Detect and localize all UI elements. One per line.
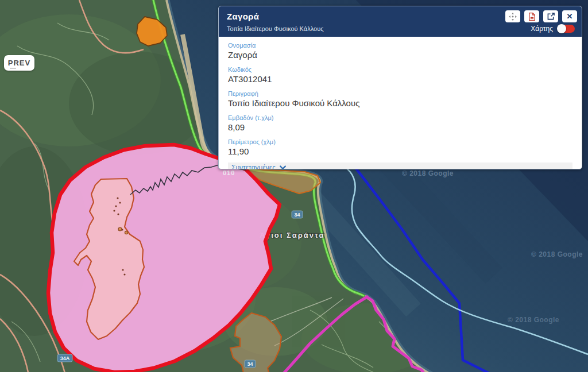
field-value: AT3012041 <box>228 74 572 84</box>
chevron-down-icon <box>280 165 286 169</box>
pdf-icon <box>528 13 536 21</box>
field-row: Εμβαδόν (τ.χλμ) 8,09 <box>228 114 572 133</box>
prev-button-label: PREV <box>8 59 30 67</box>
field-value: Τοπίο Ιδιαίτερου Φυσικού Κάλλους <box>228 98 572 109</box>
road-badge-34-south: 34 <box>245 360 256 368</box>
panel-header: Ζαγορά <box>219 6 582 37</box>
panel-title: Ζαγορά <box>227 11 259 21</box>
pan-to-feature-button[interactable] <box>505 10 520 22</box>
app-viewport: Άγιοι Σαράντα <box>0 0 588 375</box>
panel-subtitle: Τοπία Ιδιαίτερου Φυσικού Κάλλους <box>227 25 323 32</box>
close-button[interactable]: ✕ <box>562 10 577 22</box>
open-external-button[interactable] <box>543 10 558 22</box>
svg-text:34: 34 <box>247 361 253 367</box>
prev-button-underline <box>10 68 16 69</box>
svg-text:34: 34 <box>294 212 300 218</box>
map-toggle-label: Χάρτης <box>531 25 553 33</box>
field-value: 8,09 <box>228 122 572 133</box>
svg-text:34A: 34A <box>60 355 70 361</box>
field-label: Περίμετρος (χλμ) <box>228 138 572 146</box>
field-row: Ονομασία Ζαγορά <box>228 42 572 60</box>
coordinates-expander[interactable]: Συντεταγμένες <box>228 163 572 169</box>
google-watermark: © 2018 Google <box>531 250 583 258</box>
field-value: Ζαγορά <box>228 49 572 60</box>
close-icon: ✕ <box>567 13 573 20</box>
coordinates-label: Συντεταγμένες <box>231 164 276 169</box>
google-watermark: © 2018 Google <box>508 316 559 324</box>
prev-button[interactable]: PREV <box>4 55 34 71</box>
field-label: Κωδικός <box>228 66 572 74</box>
move-icon <box>509 13 517 21</box>
field-label: Περιγραφή <box>228 90 572 98</box>
road-badge-34a: 34A <box>57 354 72 362</box>
export-pdf-button[interactable] <box>524 10 539 22</box>
toggle-knob <box>557 24 566 33</box>
panel-toolbar: ✕ <box>501 10 577 22</box>
field-label: Εμβαδόν (τ.χλμ) <box>228 114 572 122</box>
external-link-icon <box>547 13 555 20</box>
field-row: Περίμετρος (χλμ) 11,90 <box>228 138 572 157</box>
field-value: 11,90 <box>228 146 572 157</box>
map-toggle-switch[interactable] <box>558 25 575 33</box>
field-row: Κωδικός AT3012041 <box>228 66 572 84</box>
google-watermark: © 2018 Google <box>402 169 454 177</box>
field-row: Περιγραφή Τοπίο Ιδιαίτερου Φυσικού Κάλλο… <box>228 90 572 109</box>
field-label: Ονομασία <box>228 42 572 49</box>
panel-body: Ονομασία Ζαγορά Κωδικός AT3012041 Περιγρ… <box>219 37 582 169</box>
road-badge-34-north: 34 <box>292 211 303 218</box>
feature-info-panel: Ζαγορά <box>218 6 582 169</box>
watermark-fragment: 010 <box>223 169 235 176</box>
